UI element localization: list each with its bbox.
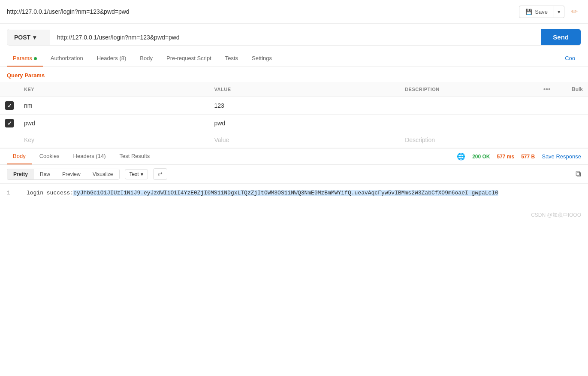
tab-params[interactable]: Params xyxy=(7,51,43,67)
row3-description[interactable]: Description xyxy=(400,132,538,148)
save-dropdown-button[interactable]: ▾ xyxy=(554,6,564,18)
watermark: CSDN @加载中IOOO xyxy=(0,203,588,222)
format-tab-preview[interactable]: Preview xyxy=(56,169,87,179)
table-row: pwd pwd xyxy=(0,115,588,132)
format-bar: Pretty Raw Preview Visualize Text ▾ ⇄ ⧉ xyxy=(0,165,588,184)
tab-settings[interactable]: Settings xyxy=(246,51,278,67)
row3-key[interactable]: Key xyxy=(19,132,209,148)
row2-description[interactable] xyxy=(400,115,538,132)
edit-button[interactable]: ✏ xyxy=(568,5,581,18)
globe-icon: 🌐 xyxy=(457,152,465,161)
tab-body[interactable]: Body xyxy=(134,51,159,67)
response-tab-testresults[interactable]: Test Results xyxy=(113,149,156,164)
save-button[interactable]: 💾 Save xyxy=(519,6,554,18)
format-tab-raw[interactable]: Raw xyxy=(34,169,56,179)
row1-key[interactable]: nm xyxy=(19,97,209,115)
query-params-title: Query Params xyxy=(0,67,588,82)
tab-headers[interactable]: Headers (8) xyxy=(91,51,133,67)
row1-description[interactable] xyxy=(400,97,538,115)
request-tabs: Params Authorization Headers (8) Body Pr… xyxy=(0,51,588,67)
col-header-checkbox xyxy=(0,82,19,97)
tab-authorization[interactable]: Authorization xyxy=(45,51,89,67)
col-header-bulk: Bulk xyxy=(567,82,588,97)
jwt-token[interactable]: eyJhbGciOiJIUzI1NiJ9.eyJzdWIiOiI4YzE0ZjI… xyxy=(73,190,498,196)
row1-value[interactable]: 123 xyxy=(209,97,400,115)
line-number-1: 1 xyxy=(7,189,20,198)
row1-checkbox-cell xyxy=(0,97,19,115)
format-tabs: Pretty Raw Preview Visualize xyxy=(7,169,120,180)
row3-value[interactable]: Value xyxy=(209,132,400,148)
bulk-edit-button[interactable]: Bulk xyxy=(572,86,583,92)
status-badge: 200 OK xyxy=(472,154,490,160)
request-url-input[interactable] xyxy=(50,30,541,45)
copy-icon: ⧉ xyxy=(576,170,581,178)
response-time: 577 ms xyxy=(497,154,514,160)
tab-tests[interactable]: Tests xyxy=(219,51,244,67)
wrap-icon: ⇄ xyxy=(158,171,163,177)
row2-extra xyxy=(538,115,567,132)
response-size: 577 B xyxy=(521,154,535,160)
response-line-1: 1 login success:eyJhbGciOiJIUzI1NiJ9.eyJ… xyxy=(7,189,581,198)
request-bar: POST ▾ Send xyxy=(7,29,581,45)
response-tab-headers14[interactable]: Headers (14) xyxy=(67,149,112,164)
format-tab-visualize[interactable]: Visualize xyxy=(87,169,119,179)
col-header-more: ••• xyxy=(538,82,567,97)
save-response-button[interactable]: Save Response xyxy=(542,153,581,160)
response-body: 1 login success:eyJhbGciOiJIUzI1NiJ9.eyJ… xyxy=(0,184,588,203)
wrap-button[interactable]: ⇄ xyxy=(153,168,167,180)
method-label: POST xyxy=(14,34,30,41)
save-icon: 💾 xyxy=(525,9,532,15)
row2-checkbox[interactable] xyxy=(5,119,14,127)
type-label: Text xyxy=(130,171,139,177)
type-select[interactable]: Text ▾ xyxy=(125,169,148,179)
row2-bulk xyxy=(567,115,588,132)
row3-checkbox-cell xyxy=(0,132,19,148)
response-prefix: login success:eyJhbGciOiJIUzI1NiJ9.eyJzd… xyxy=(27,189,498,198)
format-tab-pretty[interactable]: Pretty xyxy=(7,169,34,179)
table-row: Key Value Description xyxy=(0,132,588,148)
more-options-button[interactable]: ••• xyxy=(543,85,551,93)
response-tab-body[interactable]: Body xyxy=(7,149,32,164)
tab-prerequest[interactable]: Pre-request Script xyxy=(160,51,217,67)
tab-cookies[interactable]: Coo xyxy=(559,51,581,67)
row1-extra xyxy=(538,97,567,115)
col-header-key: KEY xyxy=(19,82,209,97)
row2-key[interactable]: pwd xyxy=(19,115,209,132)
method-select[interactable]: POST ▾ xyxy=(7,30,50,45)
response-header: Body Cookies Headers (14) Test Results 🌐… xyxy=(0,148,588,165)
row2-checkbox-cell xyxy=(0,115,19,132)
row3-extra xyxy=(538,132,567,148)
params-active-dot xyxy=(34,57,37,60)
url-display: http://127.0.0.1/user/login?nm=123&pwd=p… xyxy=(7,8,516,15)
type-dropdown-icon: ▾ xyxy=(141,171,143,177)
method-dropdown-icon: ▾ xyxy=(33,34,36,41)
response-tabs: Body Cookies Headers (14) Test Results xyxy=(7,149,455,164)
row1-checkbox[interactable] xyxy=(5,101,14,110)
row3-bulk xyxy=(567,132,588,148)
col-header-description: DESCRIPTION xyxy=(400,82,538,97)
response-meta: 🌐 200 OK 577 ms 577 B Save Response xyxy=(457,152,581,161)
send-button[interactable]: Send xyxy=(541,29,581,45)
col-header-value: VALUE xyxy=(209,82,400,97)
row2-value[interactable]: pwd xyxy=(209,115,400,132)
response-tab-cookies[interactable]: Cookies xyxy=(33,149,66,164)
row1-bulk xyxy=(567,97,588,115)
url-bar: http://127.0.0.1/user/login?nm=123&pwd=p… xyxy=(0,0,588,24)
copy-button[interactable]: ⧉ xyxy=(576,170,581,179)
params-table: KEY VALUE DESCRIPTION ••• Bulk nm 123 xyxy=(0,82,588,148)
table-row: nm 123 xyxy=(0,97,588,115)
